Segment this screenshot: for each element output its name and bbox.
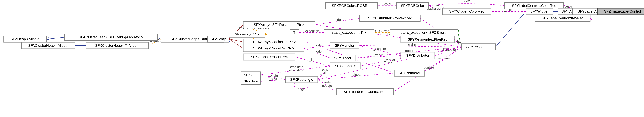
node-SFXRGBColor: SFXRGBColor [396,3,429,9]
edge-SFYWidget-SFYResponder [496,11,526,47]
svg-text:SFYRenderer: SFYRenderer [398,71,420,75]
edge-label: node [334,18,341,22]
edge-SFYLabelControl_Color-SFXRGBColor [429,4,504,6]
edge-label: _uclip [320,71,328,75]
node-SFAHeap_Alloc: SFAHeap< Alloc > [4,36,46,42]
edge-label: _font [309,58,316,62]
node-SFYLabelControl_Color: SFYLabelControl::ColorRec [504,3,564,9]
edge-label: origin [298,87,306,91]
svg-text:SFXSize: SFXSize [244,79,258,83]
svg-text:SFXGraphics::FontRec: SFXGraphics::FontRec [251,55,288,59]
node-SFXArray_V: SFXArray< V > [229,31,265,38]
node-SFYRenderer: SFYRenderer [394,70,425,76]
svg-text:static_exception< SFCError >: static_exception< SFCError > [400,31,448,35]
node-SFAArray: SFAArray [208,36,229,42]
edge-label: background [427,7,444,10]
node-SFYResponder: SFYResponder [462,44,496,50]
node-SFZImageLabelControl: SFZImageLabelControl [598,8,644,15]
svg-text:SFAArray: SFAArray [210,37,226,41]
edge-label: update [322,84,332,87]
edge-label: _real [386,61,393,65]
svg-text:SFYDistributer: SFYDistributer [406,53,430,57]
svg-text:SFYGraphics: SFYGraphics [335,64,356,68]
svg-text:SFXArray< CacheRecPtr >: SFXArray< CacheRecPtr > [253,40,296,44]
edge-label: _exception [303,29,319,33]
svg-text:SFAClusterHeap< SFDDebugAlloca: SFAClusterHeap< SFDDebugAllocator > [79,35,143,39]
node-SFXGrid: SFXGrid [241,72,260,78]
node-SFXRGBColor_RGBRec: SFXRGBColor::RGBRec [326,3,378,9]
node-static_exception_SFC: static_exception< SFCError > [390,29,458,36]
node-SFYResponder_FlagRec: SFYResponder::FlagRec [401,36,454,43]
svg-text:SFYWidget::ColorRec: SFYWidget::ColorRec [449,9,484,13]
edge-label: _tracer [373,53,383,57]
node-static_exception_T: static_exception< T > [324,29,374,36]
svg-text:SFXRGBColor: SFXRGBColor [401,4,424,8]
edge-label: _utranslate [287,69,303,72]
node-SFXRectangle: SFXRectangle [286,76,318,83]
edge-label: _color [462,0,471,3]
node-SFXArray_Resp: SFXArray< SFYResponderPtr > [243,22,315,28]
svg-text:SFYWidget: SFYWidget [530,9,548,13]
svg-text:SFYRenderer::ContextRec: SFYRenderer::ContextRec [344,90,386,94]
svg-text:SFYTracer: SFYTracer [334,56,352,60]
svg-text:SFYDistributer::ContextRec: SFYDistributer::ContextRec [368,16,412,20]
node-SFYDistributer_Ctx: SFYDistributer::ContextRec [360,15,420,22]
svg-text:SFXGrid: SFXGrid [244,73,258,77]
svg-text:SFZImageLabelControl: SFZImageLabelControl [604,9,641,13]
svg-text:SFXRGBColor::RGBRec: SFXRGBColor::RGBRec [332,4,371,8]
node-SFYWidget: SFYWidget [526,8,553,15]
svg-text:SFYResponder: SFYResponder [466,45,491,49]
node-SFYHandler: SFYHandler [330,42,359,49]
edge-label: _handler [373,47,386,51]
node-SFYGraphics: SFYGraphics [330,63,361,69]
svg-text:static_exception< T >: static_exception< T > [332,31,366,35]
svg-text:SFYLabelControl::ColorRec: SFYLabelControl::ColorRec [512,4,556,8]
svg-text:SFAHeap< Alloc >: SFAHeap< Alloc > [10,37,40,41]
edge-label: _node [312,50,322,53]
svg-text:SFXClusterHeap< T, Alloc >: SFXClusterHeap< T, Alloc > [95,44,139,48]
node-SFAClusterHeap_SFDD: SFAClusterHeap< SFDDebugAllocator > [64,34,158,40]
edge-label: _handler [404,43,416,46]
edge-label: < SFCError > [372,29,392,33]
node-SFYTracer: SFYTracer [330,55,355,61]
svg-text:SFXArray< SFYResponderPtr >: SFXArray< SFYResponderPtr > [254,23,304,27]
svg-text:T: T [293,31,296,35]
edge-label: render [322,81,332,84]
node-SFYWidget_ColorRec: SFYWidget::ColorRec [442,8,491,15]
node-SFXClusterHeap_T_A: SFXClusterHeap< T, Alloc > [86,42,148,49]
svg-text:SFAClusterHeap< Alloc >: SFAClusterHeap< Alloc > [28,44,68,48]
edge-label: _size [269,77,277,81]
node-SFXArray_Node: SFXArray< NodeRecPtr > [243,45,304,52]
svg-text:SFYHandler: SFYHandler [335,44,354,48]
edge-label: _node [312,44,322,47]
node-SFAClusterHeap_Alloc: SFAClusterHeap< Alloc > [22,42,75,49]
node-SFXSize: SFXSize [241,78,260,85]
svg-text:SFXRectangle: SFXRectangle [290,77,313,81]
edge-label: _color [382,2,391,6]
node-SFXArray_Cache: SFXArray< CacheRecPtr > [243,39,306,45]
svg-text:SFYLabelControl::KeyRec: SFYLabelControl::KeyRec [542,16,584,20]
svg-text:SFXArray< V >: SFXArray< V > [235,32,259,36]
node-T_node: T [290,29,299,36]
edge-label: _global [350,73,361,77]
edge-label: _renderer [436,56,450,60]
class-diagram: < UInt32 >_buffer< SFYResponderPtr >< Ca… [0,0,644,117]
edge-SFAClusterHeap_SFDD-SFAHeap_Alloc [46,37,64,39]
edge-label: _rcontext [421,66,434,69]
node-SFXGraphics_FontRec: SFXGraphics::FontRec [243,54,295,60]
node-SFYLabelControl_Key: SFYLabelControl::KeyRec [535,15,590,22]
node-SFYDistributer: SFYDistributer [401,52,435,59]
svg-text:SFXArray< NodeRecPtr >: SFXArray< NodeRecPtr > [253,46,294,50]
svg-text:SFYResponder::FlagRec: SFYResponder::FlagRec [408,37,448,41]
node-SFYRenderer_Ctx: SFYRenderer::ContextRec [336,88,394,95]
